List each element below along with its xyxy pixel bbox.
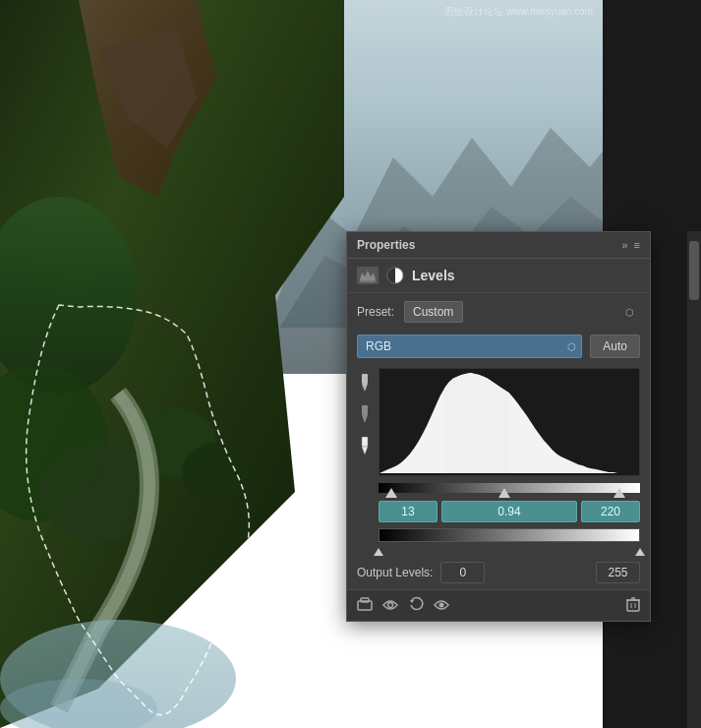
levels-title-row: Levels xyxy=(347,259,650,293)
menu-icon[interactable]: ≡ xyxy=(634,239,640,251)
panel-header-icons: » ≡ xyxy=(621,239,640,251)
black-eyedropper-icon xyxy=(358,374,372,392)
preset-select[interactable]: Custom xyxy=(404,301,463,323)
channel-select-wrapper: RGB Red Green Blue xyxy=(357,334,582,358)
svg-point-29 xyxy=(439,602,444,607)
visibility-icon[interactable] xyxy=(382,598,398,614)
panel-title: Properties xyxy=(357,238,415,252)
properties-panel: Properties » ≡ Levels Preset: Custom xyxy=(346,231,651,622)
output-slider-area xyxy=(379,542,640,556)
histogram-main xyxy=(379,368,640,556)
black-output-slider[interactable] xyxy=(374,548,383,556)
gray-eyedropper-icon xyxy=(358,405,372,423)
eye-icon-svg xyxy=(382,599,398,611)
expand-icon[interactable]: » xyxy=(621,239,627,251)
clip-to-layer-icon[interactable] xyxy=(357,597,373,614)
scrollbar-right[interactable] xyxy=(687,231,701,728)
panel-header: Properties » ≡ xyxy=(347,232,650,259)
output-white-input[interactable] xyxy=(596,562,640,583)
svg-rect-20 xyxy=(362,405,368,415)
scrollbar-thumb[interactable] xyxy=(689,241,699,300)
black-eyedropper-button[interactable] xyxy=(357,373,373,394)
circle-half-icon xyxy=(386,267,404,284)
panel-footer xyxy=(347,589,650,621)
mid-input[interactable] xyxy=(441,501,577,522)
gray-eyedropper-button[interactable] xyxy=(357,404,373,426)
black-input-slider[interactable] xyxy=(385,488,397,498)
white-eyedropper-button[interactable] xyxy=(357,436,373,457)
channel-select[interactable]: RGB Red Green Blue xyxy=(357,334,582,358)
svg-point-10 xyxy=(182,443,251,502)
delete-icon[interactable] xyxy=(626,596,640,615)
svg-marker-23 xyxy=(362,447,368,455)
histogram-section xyxy=(347,364,650,556)
channel-row: RGB Red Green Blue Auto xyxy=(347,331,650,364)
levels-icon xyxy=(357,267,379,284)
histogram-svg xyxy=(380,369,639,475)
input-slider-area xyxy=(379,478,640,498)
watermark: 思绘设计论坛 www.missyuan.com xyxy=(444,5,593,19)
output-levels-row: Output Levels: xyxy=(347,556,650,589)
trash-icon-svg xyxy=(626,596,640,612)
svg-rect-22 xyxy=(362,437,368,447)
svg-rect-30 xyxy=(627,600,639,611)
svg-marker-21 xyxy=(362,415,368,423)
output-black-input[interactable] xyxy=(440,562,485,583)
svg-rect-15 xyxy=(360,280,376,282)
auto-button[interactable]: Auto xyxy=(590,334,640,358)
clip-icon-svg xyxy=(357,597,373,611)
levels-label: Levels xyxy=(412,268,455,283)
white-input[interactable] xyxy=(581,501,640,522)
svg-marker-28 xyxy=(410,600,414,603)
levels-icon-group xyxy=(357,267,379,284)
preset-select-wrapper: Custom xyxy=(404,301,640,323)
reset-icon-svg xyxy=(408,596,424,612)
output-levels-label: Output Levels: xyxy=(357,566,433,579)
white-input-slider[interactable] xyxy=(613,488,625,498)
view-icon[interactable] xyxy=(434,598,449,614)
output-gradient-bar xyxy=(379,528,640,542)
view-icon-svg xyxy=(434,599,449,611)
preset-row: Preset: Custom xyxy=(347,293,650,331)
white-eyedropper-icon xyxy=(358,437,372,455)
white-output-slider[interactable] xyxy=(635,548,645,556)
reset-icon[interactable] xyxy=(408,596,424,615)
input-values-row xyxy=(379,501,640,522)
water-stream xyxy=(0,531,295,728)
histogram-canvas xyxy=(379,368,640,476)
svg-rect-17 xyxy=(362,374,368,384)
mid-input-slider[interactable] xyxy=(498,488,510,498)
preset-label: Preset: xyxy=(357,305,396,319)
svg-point-27 xyxy=(388,602,393,607)
svg-rect-26 xyxy=(361,598,369,602)
eyedroppers-sidebar xyxy=(357,368,373,556)
black-input[interactable] xyxy=(379,501,438,522)
